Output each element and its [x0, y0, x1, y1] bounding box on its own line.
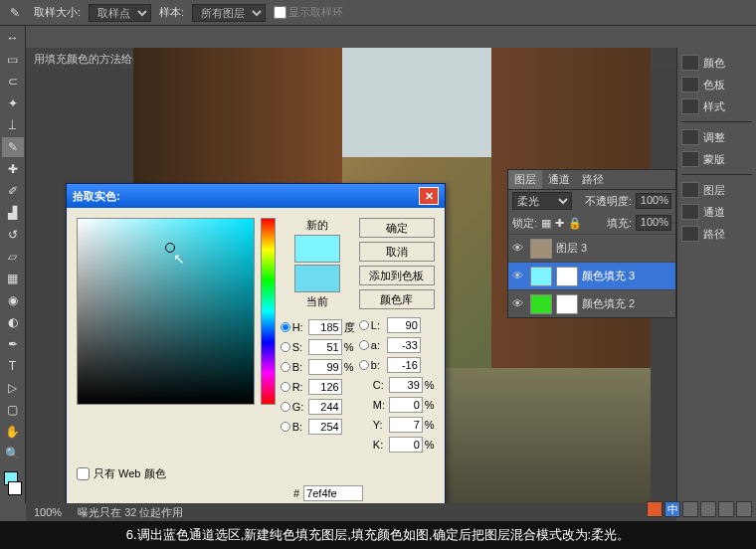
tab-paths[interactable]: 路径 [576, 170, 610, 189]
tray-icon[interactable] [682, 501, 698, 517]
lasso-tool[interactable]: ⊂ [2, 72, 24, 92]
layer-item[interactable]: 👁 图层 3 [508, 234, 675, 262]
panel-layers[interactable]: 图层 [681, 179, 752, 201]
l-radio[interactable] [359, 320, 369, 330]
fill-label: 填充: [607, 216, 632, 231]
cursor-arrow-icon: ↖ [173, 251, 185, 267]
type-tool[interactable]: T [2, 356, 24, 376]
tray-icon[interactable]: 中 [664, 501, 680, 517]
g-input[interactable] [308, 399, 342, 415]
visibility-icon[interactable]: 👁 [512, 242, 526, 256]
sample-select[interactable]: 所有图层 [192, 4, 266, 22]
k-input[interactable] [389, 437, 423, 453]
path-tool[interactable]: ▷ [2, 378, 24, 398]
h-input[interactable] [308, 319, 342, 335]
lab-b-input[interactable] [387, 357, 421, 373]
y-input[interactable] [389, 417, 423, 433]
history-brush-tool[interactable]: ↺ [2, 225, 24, 245]
lab-b-radio[interactable] [359, 360, 369, 370]
marquee-tool[interactable]: ▭ [2, 50, 24, 70]
status-message: 曝光只在 32 位起作用 [78, 505, 183, 520]
blur-tool[interactable]: ◉ [2, 290, 24, 310]
layer-mask [556, 267, 578, 286]
tab-layers[interactable]: 图层 [508, 170, 542, 189]
crop-tool[interactable]: ⟘ [2, 115, 24, 135]
move-tool[interactable]: ↔ [2, 28, 24, 48]
add-swatch-button[interactable]: 添加到色板 [359, 266, 435, 285]
panel-adjust[interactable]: 调整 [681, 126, 752, 148]
tab-channels[interactable]: 通道 [542, 170, 576, 189]
lock-pixels-icon[interactable]: ▦ [541, 217, 551, 230]
r-radio[interactable] [281, 382, 290, 392]
color-field[interactable]: ↖ [77, 218, 255, 405]
opacity-value[interactable]: 100% [636, 193, 671, 209]
show-ring-checkbox[interactable]: 显示取样环 [274, 5, 343, 20]
web-only-label: 只有 Web 颜色 [94, 466, 166, 481]
swatch-icon [681, 77, 699, 92]
heal-tool[interactable]: ✚ [2, 159, 24, 179]
h-radio[interactable] [281, 322, 290, 332]
gradient-tool[interactable]: ▦ [2, 269, 24, 288]
a-radio[interactable] [359, 340, 369, 350]
tray-icon[interactable] [718, 501, 734, 517]
lock-all-icon[interactable]: 🔒 [568, 217, 582, 230]
a-input[interactable] [387, 337, 421, 353]
tray-icon[interactable] [736, 501, 752, 517]
mask-icon [681, 151, 699, 167]
dodge-tool[interactable]: ◐ [2, 312, 24, 332]
g-radio[interactable] [281, 402, 290, 412]
r-input[interactable] [308, 379, 342, 395]
new-color-swatch [294, 235, 340, 263]
panel-swatches[interactable]: 色板 [681, 74, 752, 95]
layer-thumb [530, 294, 552, 314]
current-color-swatch [294, 265, 340, 292]
shape-tool[interactable]: ▢ [2, 400, 24, 420]
eyedropper-icon: ✎ [4, 3, 26, 23]
sample-size-select[interactable]: 取样点 [89, 4, 151, 22]
panel-mask[interactable]: 蒙版 [681, 148, 752, 170]
dialog-titlebar[interactable]: 拾取实色: ✕ [67, 184, 445, 208]
hand-tool[interactable]: ✋ [2, 422, 24, 442]
wand-tool[interactable]: ✦ [2, 93, 24, 113]
m-input[interactable] [389, 397, 423, 413]
tray-icon[interactable] [700, 501, 716, 517]
bv-radio[interactable] [281, 422, 290, 432]
color-lib-button[interactable]: 颜色库 [359, 289, 435, 309]
eyedropper-tool[interactable]: ✎ [2, 137, 24, 157]
ok-button[interactable]: 确定 [359, 218, 435, 238]
zoom-level[interactable]: 100% [34, 506, 62, 518]
hex-input[interactable] [303, 485, 363, 501]
b-input[interactable] [308, 359, 342, 375]
color-swatches[interactable] [2, 469, 24, 497]
s-input[interactable] [308, 339, 342, 355]
l-input[interactable] [387, 317, 421, 333]
layer-name: 颜色填充 3 [582, 269, 635, 283]
c-input[interactable] [389, 377, 423, 393]
brush-tool[interactable]: ✐ [2, 181, 24, 201]
current-label: 当前 [306, 294, 328, 309]
lock-position-icon[interactable]: ✚ [555, 217, 564, 230]
eraser-tool[interactable]: ▱ [2, 247, 24, 267]
close-icon[interactable]: ✕ [419, 187, 439, 205]
status-bar: 100% 曝光只在 32 位起作用 [26, 503, 676, 521]
bv-input[interactable] [308, 419, 342, 435]
web-only-checkbox[interactable] [77, 467, 90, 480]
panel-channels[interactable]: 通道 [681, 201, 752, 223]
blend-mode-select[interactable]: 柔光 [512, 192, 572, 210]
tray-icon[interactable] [647, 501, 662, 517]
pen-tool[interactable]: ✒ [2, 334, 24, 354]
panel-color[interactable]: 颜色 [681, 52, 752, 74]
panel-paths[interactable]: 路径 [681, 223, 752, 245]
zoom-tool[interactable]: 🔍 [2, 444, 24, 463]
panel-styles[interactable]: 样式 [681, 95, 752, 117]
b-radio[interactable] [281, 362, 290, 372]
s-radio[interactable] [281, 342, 290, 352]
visibility-icon[interactable]: 👁 [512, 297, 526, 311]
layer-item[interactable]: 👁 颜色填充 3 [508, 262, 675, 289]
fill-value[interactable]: 100% [636, 215, 671, 231]
stamp-tool[interactable]: ▟ [2, 203, 24, 223]
hue-slider[interactable] [261, 218, 276, 405]
visibility-icon[interactable]: 👁 [512, 270, 526, 283]
cancel-button[interactable]: 取消 [359, 242, 435, 262]
layer-item[interactable]: 👁 颜色填充 2 [508, 289, 675, 317]
